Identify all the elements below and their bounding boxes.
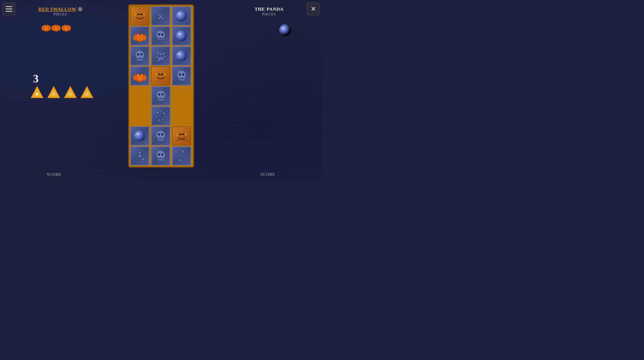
svg-point-100: [160, 111, 161, 112]
svg-point-47: [142, 35, 146, 41]
svg-point-65: [160, 51, 161, 52]
svg-point-103: [165, 116, 166, 117]
triangle-piece-2[interactable]: [46, 85, 61, 100]
menu-bar-3: [6, 11, 12, 12]
svg-point-105: [162, 119, 164, 120]
svg-point-102: [156, 117, 157, 117]
menu-bar-1: [6, 6, 12, 7]
cell-1-1[interactable]: [151, 26, 170, 45]
player-right-sub: Pieces: [255, 12, 284, 16]
svg-rect-91: [183, 78, 184, 79]
svg-point-83: [156, 74, 157, 75]
svg-point-75: [178, 53, 181, 55]
score-right-label: Score: [261, 172, 275, 177]
cell-8-0[interactable]: [130, 146, 150, 166]
svg-point-84: [164, 74, 166, 75]
cell-8-2[interactable]: [172, 146, 191, 166]
svg-rect-61: [138, 58, 139, 59]
svg-point-117: [176, 134, 178, 135]
svg-point-93: [158, 93, 160, 96]
svg-point-37: [135, 14, 136, 15]
svg-point-99: [157, 112, 158, 113]
svg-rect-78: [139, 73, 141, 76]
game-board: ⚔: [128, 4, 194, 168]
svg-point-74: [176, 50, 187, 61]
svg-rect-54: [162, 38, 162, 39]
player-right-name: The Panda: [255, 6, 284, 12]
cell-6-1[interactable]: [151, 106, 170, 126]
triangle-piece-1[interactable]: [30, 85, 44, 100]
triangle-pieces-area: [30, 85, 94, 100]
right-pieces-area: [278, 23, 292, 38]
svg-marker-36: [140, 13, 143, 15]
svg-rect-4: [46, 24, 47, 26]
cell-5-1[interactable]: [151, 86, 170, 106]
cell-1-0[interactable]: [130, 26, 150, 45]
svg-point-33: [282, 27, 285, 29]
pumpkin-pieces: [42, 21, 72, 33]
svg-marker-116: [181, 133, 185, 135]
cell-8-1[interactable]: [151, 146, 170, 166]
svg-text:⚔: ⚔: [157, 12, 164, 21]
menu-button[interactable]: [2, 2, 15, 15]
player-right-info: The Panda Pieces: [255, 6, 284, 16]
cell-2-0[interactable]: [130, 46, 150, 65]
svg-rect-98: [162, 98, 163, 99]
svg-point-67: [156, 57, 157, 57]
cell-2-2[interactable]: [172, 46, 191, 65]
add-friend-icon[interactable]: +: [78, 7, 82, 11]
svg-point-86: [179, 73, 181, 76]
svg-point-73: [161, 55, 163, 57]
svg-point-19: [36, 93, 38, 95]
svg-point-126: [139, 155, 141, 157]
svg-point-6: [48, 25, 51, 31]
svg-point-49: [158, 33, 160, 35]
triangle-piece-3[interactable]: [63, 85, 78, 100]
svg-rect-96: [159, 98, 160, 99]
svg-point-87: [182, 73, 184, 76]
svg-marker-115: [178, 133, 182, 135]
triangle-piece-4[interactable]: [80, 85, 94, 100]
right-blue-ball: [278, 23, 292, 37]
svg-point-69: [158, 60, 159, 61]
close-button[interactable]: ✕: [307, 2, 320, 15]
svg-point-42: [178, 13, 181, 15]
cell-7-2[interactable]: [172, 126, 191, 146]
cell-7-1[interactable]: [151, 126, 170, 146]
svg-point-16: [68, 25, 71, 31]
svg-point-56: [178, 33, 181, 35]
left-pieces-area: [42, 21, 72, 33]
svg-point-15: [62, 25, 65, 31]
cell-0-1[interactable]: ⚔: [151, 6, 170, 25]
svg-rect-113: [160, 138, 161, 139]
cell-3-2[interactable]: [172, 66, 191, 86]
svg-point-27: [70, 93, 71, 95]
svg-rect-112: [159, 138, 160, 139]
menu-bar-2: [6, 8, 12, 9]
svg-point-23: [53, 93, 54, 95]
svg-point-10: [51, 25, 55, 31]
board-top-section: ⚔: [130, 6, 192, 86]
svg-point-50: [161, 33, 164, 35]
svg-point-71: [157, 53, 164, 60]
svg-point-128: [142, 159, 144, 160]
svg-text:+: +: [79, 8, 81, 11]
cell-7-0[interactable]: [130, 126, 150, 146]
cell-3-1[interactable]: [151, 66, 170, 86]
cell-0-2[interactable]: [172, 6, 191, 25]
svg-rect-135: [162, 158, 162, 159]
svg-marker-82: [160, 73, 164, 75]
svg-point-144: [182, 151, 184, 152]
cell-1-2[interactable]: [172, 26, 191, 45]
svg-point-109: [158, 133, 160, 136]
svg-point-58: [137, 53, 139, 55]
svg-point-38: [143, 14, 145, 15]
svg-point-101: [164, 113, 165, 114]
svg-rect-114: [162, 138, 162, 139]
cell-0-0[interactable]: [130, 6, 150, 25]
svg-point-32: [279, 24, 291, 36]
cell-2-1[interactable]: [151, 46, 170, 65]
svg-point-79: [133, 75, 138, 81]
cell-3-0[interactable]: [130, 66, 150, 86]
svg-point-59: [140, 53, 142, 55]
